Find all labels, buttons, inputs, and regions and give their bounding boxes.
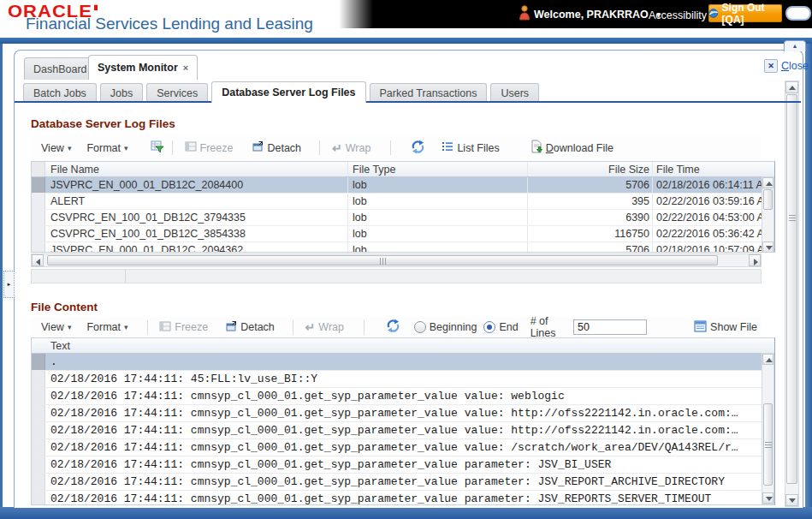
subtab-jobs[interactable]: Jobs bbox=[100, 83, 143, 103]
format-menu[interactable]: Format ▾ bbox=[83, 140, 131, 156]
log-line: . bbox=[45, 354, 762, 370]
column-header-text[interactable]: Text bbox=[32, 338, 774, 353]
row-gutter[interactable] bbox=[32, 354, 45, 370]
list-icon bbox=[442, 140, 453, 155]
row-gutter[interactable] bbox=[32, 439, 45, 456]
table-row[interactable]: CSVPRC_EN_100_01_DB12C_3794335 lob 6390 … bbox=[32, 210, 774, 226]
list-item[interactable]: 02/18/2016 17:44:11: cmnsyp_cl_000_01.ge… bbox=[32, 405, 774, 422]
list-item[interactable]: 02/18/2016 17:44:11: cmnsyp_cl_000_01.ge… bbox=[32, 439, 774, 456]
detach-icon bbox=[225, 320, 237, 335]
wrap-icon: ↵ bbox=[305, 320, 316, 334]
refresh-icon[interactable] bbox=[386, 319, 400, 336]
row-gutter[interactable] bbox=[32, 491, 45, 505]
column-header-file-time[interactable]: File Time bbox=[653, 162, 774, 176]
sign-out-button[interactable]: Sign Out [QA] bbox=[708, 4, 782, 22]
cell-file-type: lob bbox=[348, 194, 528, 209]
subtab-users[interactable]: Users bbox=[490, 83, 539, 103]
detach-button[interactable]: Detach bbox=[247, 139, 305, 157]
chevron-down-icon: ▾ bbox=[124, 323, 128, 331]
table-row[interactable]: ALERT lob 395 02/22/2016 03:59:16 AM bbox=[32, 194, 774, 210]
files-table-scrollbar[interactable] bbox=[762, 176, 774, 253]
wrap-button[interactable]: ↵ Wrap bbox=[328, 140, 375, 157]
cell-file-type: lob bbox=[348, 242, 528, 253]
row-gutter[interactable] bbox=[32, 456, 45, 473]
cell-file-name: ALERT bbox=[45, 194, 348, 209]
tab-system-monitor[interactable]: System Monitor × bbox=[88, 55, 198, 80]
accessibility-link[interactable]: Accessibility bbox=[649, 9, 707, 21]
panel-splitter-handle[interactable]: ► bbox=[3, 271, 15, 298]
refresh-icon[interactable] bbox=[411, 140, 425, 157]
wrap-icon: ↵ bbox=[332, 141, 342, 155]
table-row[interactable]: JSVPRC_EN_000_01_DB12C_2084400 lob 5706 … bbox=[32, 177, 774, 194]
row-gutter[interactable] bbox=[32, 388, 45, 404]
welcome-menu[interactable]: Welcome, PRAKRRAO ▼ bbox=[534, 9, 662, 21]
freeze-button[interactable]: Freeze bbox=[155, 319, 212, 337]
row-gutter[interactable] bbox=[32, 242, 45, 253]
product-title: Financial Services Lending and Leasing bbox=[26, 15, 313, 33]
view-menu[interactable]: View ▾ bbox=[38, 140, 74, 156]
list-item[interactable]: 02/18/2016 17:44:11: cmnsyp_cl_000_01.ge… bbox=[32, 474, 774, 491]
subtab-batch-jobs[interactable]: Batch Jobs bbox=[23, 83, 97, 103]
list-item[interactable]: 02/18/2016 17:44:11: cmnsyp_cl_000_01.ge… bbox=[32, 456, 774, 474]
log-line: 02/18/2016 17:44:11: cmnsyp_cl_000_01.ge… bbox=[45, 491, 762, 505]
row-gutter[interactable] bbox=[32, 474, 45, 490]
format-menu[interactable]: Format ▾ bbox=[83, 319, 131, 335]
oracle-registered-mark bbox=[94, 5, 98, 10]
cell-file-type: lob bbox=[348, 210, 528, 225]
list-item[interactable]: 02/18/2016 17:44:11: cmnsyp_cl_000_01.ge… bbox=[32, 422, 774, 439]
cell-file-type: lob bbox=[348, 177, 528, 193]
query-by-example-icon[interactable] bbox=[151, 140, 164, 156]
list-item[interactable]: . bbox=[32, 354, 774, 371]
download-icon bbox=[530, 140, 542, 156]
detach-button[interactable]: Detach bbox=[221, 319, 279, 337]
show-file-button[interactable]: Show File bbox=[690, 319, 762, 337]
wrap-button[interactable]: ↵ Wrap bbox=[301, 319, 348, 336]
toolbar-separator bbox=[319, 140, 320, 155]
view-menu[interactable]: View ▾ bbox=[38, 319, 74, 335]
row-gutter[interactable] bbox=[32, 405, 45, 421]
cell-file-time: 02/22/2016 03:59:16 AM bbox=[653, 194, 762, 209]
download-file-button[interactable]: Download File bbox=[526, 138, 618, 158]
main-vertical-scrollbar[interactable] bbox=[785, 81, 799, 507]
row-gutter[interactable] bbox=[32, 371, 45, 387]
log-files-table-header: File Name File Type File Size File Time bbox=[32, 162, 774, 177]
row-gutter[interactable] bbox=[32, 422, 45, 438]
list-item[interactable]: 02/18/2016 17:44:11: cmnsyp_cl_000_01.ge… bbox=[32, 388, 774, 405]
row-gutter[interactable] bbox=[32, 194, 45, 209]
subtab-services[interactable]: Services bbox=[146, 83, 208, 103]
freeze-label: Freeze bbox=[200, 142, 234, 154]
row-gutter[interactable] bbox=[32, 210, 45, 225]
freeze-button[interactable]: Freeze bbox=[181, 139, 238, 157]
cell-file-time: 02/22/2016 05:36:42 AM bbox=[653, 226, 762, 242]
subtab-parked-transactions[interactable]: Parked Transactions bbox=[370, 83, 488, 103]
end-radio[interactable]: End bbox=[483, 321, 518, 333]
row-gutter[interactable] bbox=[32, 226, 45, 242]
close-button[interactable]: ✕ Close bbox=[764, 59, 809, 73]
view-menu-label: View bbox=[41, 321, 64, 333]
welcome-label: Welcome, PRAKRRAO bbox=[534, 9, 649, 21]
list-item[interactable]: 02/18/2016 17:44:11: cmnsyp_cl_000_01.ge… bbox=[32, 491, 774, 505]
files-table-hscrollbar[interactable] bbox=[31, 254, 762, 267]
chevron-down-icon: ▾ bbox=[68, 323, 72, 331]
splitter-arrow-icon: ► bbox=[7, 282, 12, 287]
column-header-file-name[interactable]: File Name bbox=[45, 162, 348, 176]
cell-file-size: 6390 bbox=[528, 210, 653, 225]
sign-out-label: Sign Out [QA] bbox=[722, 2, 782, 26]
lines-count-input[interactable] bbox=[573, 319, 647, 335]
list-files-button[interactable]: List Files bbox=[437, 139, 503, 157]
log-line: 02/18/2016 17:44:11: cmnsyp_cl_000_01.ge… bbox=[45, 422, 762, 438]
table-row[interactable]: JSVPRC_EN_000_01_DB12C_2094362 lob 5706 … bbox=[32, 242, 774, 253]
column-header-file-size[interactable]: File Size bbox=[528, 162, 653, 176]
log-line: 02/18/2016 17:44:11: 45:FLL:lv_use_BI::Y bbox=[45, 371, 762, 387]
window-oval-button[interactable] bbox=[785, 6, 811, 21]
file-content-scrollbar[interactable] bbox=[762, 353, 774, 504]
list-item[interactable]: 02/18/2016 17:44:11: 45:FLL:lv_use_BI::Y bbox=[32, 371, 774, 388]
beginning-radio[interactable]: Beginning bbox=[414, 321, 477, 333]
row-gutter[interactable] bbox=[32, 177, 45, 193]
subtab-database-server-log-files[interactable]: Database Server Log Files bbox=[211, 81, 365, 103]
tab-close-icon[interactable]: × bbox=[183, 63, 188, 73]
table-row[interactable]: CSVPRC_EN_100_01_DB12C_3854338 lob 11675… bbox=[32, 226, 774, 242]
column-header-file-type[interactable]: File Type bbox=[348, 162, 528, 176]
collapse-header-button[interactable]: ▲ bbox=[784, 40, 806, 51]
cell-file-size: 5706 bbox=[528, 177, 653, 193]
